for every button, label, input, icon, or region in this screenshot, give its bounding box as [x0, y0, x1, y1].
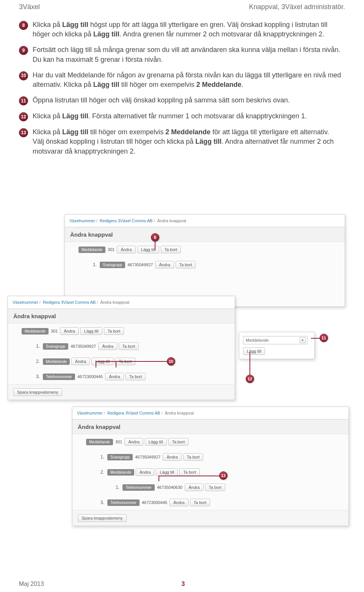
andra-button[interactable]: Ändra: [105, 373, 124, 380]
crumb-link[interactable]: Växelnummer: [69, 218, 95, 223]
crumb-link[interactable]: Redigera 3Växel Comms AB: [43, 300, 96, 305]
step-12: 12 Klicka på Lägg till. Första alternati…: [19, 111, 341, 121]
andra-button[interactable]: Ändra: [98, 342, 117, 350]
tag-meddelande: Meddelande: [107, 469, 134, 476]
header-left: 3Växel: [19, 3, 40, 11]
value: 46735040630: [156, 485, 183, 490]
panel-title: Ändra knappval: [65, 227, 345, 242]
tabort-button[interactable]: Ta bort: [119, 342, 139, 350]
step-13: 13 Klicka på Lägg till till höger om exe…: [19, 127, 341, 156]
step-text: Öppna listrutan till höger och välj önsk…: [33, 96, 341, 105]
instructions: 8 Klicka på Lägg till högst upp för att …: [0, 13, 364, 156]
page-footer: Maj 2013 3: [19, 581, 345, 587]
row-number: 3.: [35, 374, 40, 379]
callout-lead: [116, 361, 116, 367]
value: 301: [107, 247, 115, 252]
row-number: 2.: [99, 470, 104, 475]
andra-button[interactable]: Ändra: [117, 246, 135, 253]
panel-a: Växelnummer/ Redigera 3Växel Comms AB/ Ä…: [64, 214, 345, 307]
spara-button[interactable]: Spara knappvalsmeny: [78, 514, 127, 522]
value: 301: [50, 329, 58, 333]
value: 46723000445: [141, 500, 168, 505]
step-text: Klicka på Lägg till. Första alternativet…: [33, 111, 341, 121]
page-number: 3: [181, 581, 185, 587]
tag-telefonnummer: Telefonnummer: [43, 374, 75, 380]
callout-lead: [155, 241, 155, 250]
footer-date: Maj 2013: [19, 581, 44, 587]
step-11: 11 Öppna listrutan till höger och välj ö…: [19, 96, 341, 105]
tabort-button[interactable]: Ta bort: [183, 453, 204, 461]
laggtill-button[interactable]: Lägg till: [80, 327, 102, 335]
tag-svarsgrupp: Svarsgrupp: [43, 343, 68, 350]
value: 301: [115, 440, 123, 444]
tabort-button[interactable]: Ta bort: [104, 327, 124, 335]
dropdown-selected: Meddelande: [246, 338, 269, 342]
tag-meddelande: Meddelande: [78, 247, 105, 253]
andra-button[interactable]: Ändra: [185, 484, 203, 491]
andra-button[interactable]: Ändra: [155, 261, 174, 269]
laggtill-button[interactable]: Lägg till: [156, 468, 178, 476]
callout-lead: [249, 352, 250, 375]
row-number: 1.: [35, 344, 40, 349]
andra-button[interactable]: Ändra: [124, 438, 143, 446]
callout-10: 10: [167, 357, 175, 366]
step-text: Klicka på Lägg till högst upp för att lä…: [33, 20, 341, 39]
callout-lead: [96, 361, 116, 362]
tag-svarsgrupp: Svarsgrupp: [107, 454, 133, 460]
callout-lead: [158, 476, 219, 476]
chevron-down-icon: ▼: [300, 337, 306, 343]
tag-telefonnummer: Telefonnummer: [107, 499, 140, 506]
andra-button[interactable]: Ändra: [163, 453, 181, 461]
callout-13: 13: [219, 471, 228, 480]
row-number: 1.: [99, 454, 104, 460]
step-number: 8: [19, 21, 28, 30]
crumb-current: Ändra knappval: [165, 411, 194, 415]
tabort-button[interactable]: Ta bort: [168, 438, 189, 446]
panel-title: Ändra knappval: [72, 419, 348, 434]
panel-b: Växelnummer/ Redigera 3Växel Comms AB/ Ä…: [8, 296, 235, 400]
row-number: 1.: [91, 262, 97, 267]
tabort-button[interactable]: Ta bort: [161, 246, 181, 253]
tabort-button[interactable]: Ta bort: [205, 484, 226, 491]
panel-c: Växelnummer/ Redigera 3Växel Comms AB/ Ä…: [72, 407, 349, 526]
value: 46723000445: [77, 374, 104, 379]
laggtill-button[interactable]: Lägg till: [145, 438, 167, 446]
crumb-link[interactable]: Redigera 3Växel Comms AB: [100, 218, 152, 223]
crumb-link[interactable]: Växelnummer: [77, 411, 103, 415]
crumb-link[interactable]: Redigera 3Växel Comms AB: [107, 411, 160, 415]
value: 46735049927: [70, 344, 97, 349]
tabort-button[interactable]: Ta bort: [126, 373, 146, 380]
panel-title: Ändra knappval: [8, 309, 235, 323]
value: 46735049927: [134, 455, 161, 459]
crumb-link[interactable]: Växelnummer: [13, 300, 38, 305]
andra-button[interactable]: Ändra: [60, 327, 78, 335]
step-number: 9: [19, 46, 28, 55]
step-text: Fortsätt och lägg till så många grenar s…: [33, 45, 341, 64]
tabort-button[interactable]: Ta bort: [179, 468, 200, 476]
crumb-current: Ändra knappval: [157, 218, 186, 223]
tag-meddelande: Meddelande: [22, 328, 49, 334]
row-number: 3.: [99, 500, 104, 505]
spara-button[interactable]: Spara knappvalsmeny: [13, 388, 62, 396]
step-number: 12: [19, 112, 28, 121]
step-10: 10 Har du valt Meddelande för någon av g…: [19, 71, 341, 90]
tabort-button[interactable]: Ta bort: [190, 499, 210, 506]
andra-button[interactable]: Ändra: [169, 499, 188, 506]
step-8: 8 Klicka på Lägg till högst upp för att …: [19, 20, 341, 39]
step-9: 9 Fortsätt och lägg till så många grenar…: [19, 45, 341, 64]
step-text: Klicka på Lägg till till höger om exempe…: [33, 127, 341, 156]
callout-8: 8: [151, 233, 159, 242]
andra-button[interactable]: Ändra: [71, 358, 90, 365]
andra-button[interactable]: Ändra: [136, 468, 154, 476]
header-right: Knappval, 3Växel administratör.: [249, 3, 345, 11]
page-header: 3Växel Knappval, 3Växel administratör.: [0, 0, 364, 13]
value: 46735049927: [127, 262, 154, 267]
tabort-button[interactable]: Ta bort: [176, 261, 196, 269]
koppling-dropdown[interactable]: Meddelande ▼: [243, 336, 308, 344]
laggtill-button[interactable]: Lägg till: [243, 347, 265, 355]
callout-lead: [311, 338, 320, 339]
laggtill-button[interactable]: Lägg till: [137, 246, 159, 253]
callout-11: 11: [320, 334, 328, 342]
callout-lead: [116, 361, 167, 362]
dropdown-popover: Meddelande ▼ Lägg till: [239, 332, 315, 359]
